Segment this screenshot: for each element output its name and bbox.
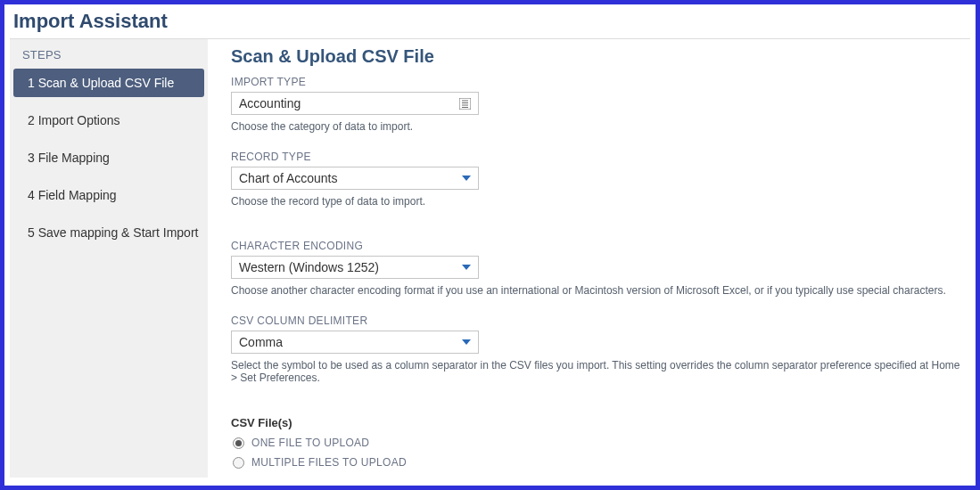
csv-files-hint: Choose whether to import data from a sin… xyxy=(231,476,963,478)
delimiter-label: CSV COLUMN DELIMITER xyxy=(231,314,963,327)
record-type-value: Chart of Accounts xyxy=(239,171,462,185)
import-type-select[interactable]: Accounting xyxy=(231,92,479,115)
import-type-label: IMPORT TYPE xyxy=(231,76,963,88)
sidebar-item-scan-upload[interactable]: 1 Scan & Upload CSV File xyxy=(13,69,204,97)
delimiter-select[interactable]: Comma xyxy=(231,331,479,354)
record-type-label: RECORD TYPE xyxy=(231,151,963,163)
char-encoding-hint: Choose another character encoding format… xyxy=(231,284,963,297)
chevron-down-icon xyxy=(462,176,471,181)
sidebar: STEPS 1 Scan & Upload CSV File 2 Import … xyxy=(10,39,208,478)
sidebar-item-file-mapping[interactable]: 3 File Mapping xyxy=(10,143,208,172)
radio-multi-files-label: MULTIPLE FILES TO UPLOAD xyxy=(251,456,407,469)
csv-files-label: CSV File(s) xyxy=(231,416,963,429)
radio-one-file-label: ONE FILE TO UPLOAD xyxy=(251,437,369,449)
sidebar-item-import-options[interactable]: 2 Import Options xyxy=(10,106,208,135)
radio-multi-files[interactable] xyxy=(233,457,244,469)
import-type-value: Accounting xyxy=(239,96,459,110)
delimiter-hint: Select the symbol to be used as a column… xyxy=(231,359,963,384)
char-encoding-label: CHARACTER ENCODING xyxy=(231,240,963,252)
section-title: Scan & Upload CSV File xyxy=(231,45,963,76)
sidebar-item-save-start[interactable]: 5 Save mapping & Start Import xyxy=(10,218,208,247)
chevron-down-icon xyxy=(462,265,471,270)
char-encoding-select[interactable]: Western (Windows 1252) xyxy=(231,256,479,279)
delimiter-value: Comma xyxy=(239,335,462,349)
main-panel: Scan & Upload CSV File IMPORT TYPE Accou… xyxy=(208,39,970,478)
svg-rect-0 xyxy=(459,98,471,110)
record-type-select[interactable]: Chart of Accounts xyxy=(231,167,479,190)
page-title: Import Assistant xyxy=(10,8,970,38)
radio-one-file[interactable] xyxy=(233,437,244,449)
record-type-hint: Choose the record type of data to import… xyxy=(231,195,963,208)
char-encoding-value: Western (Windows 1252) xyxy=(239,260,462,274)
chevron-down-icon xyxy=(462,339,471,345)
steps-header: STEPS xyxy=(10,39,208,69)
sidebar-item-field-mapping[interactable]: 4 Field Mapping xyxy=(10,181,208,209)
list-icon xyxy=(459,98,471,110)
import-type-hint: Choose the category of data to import. xyxy=(231,120,963,133)
